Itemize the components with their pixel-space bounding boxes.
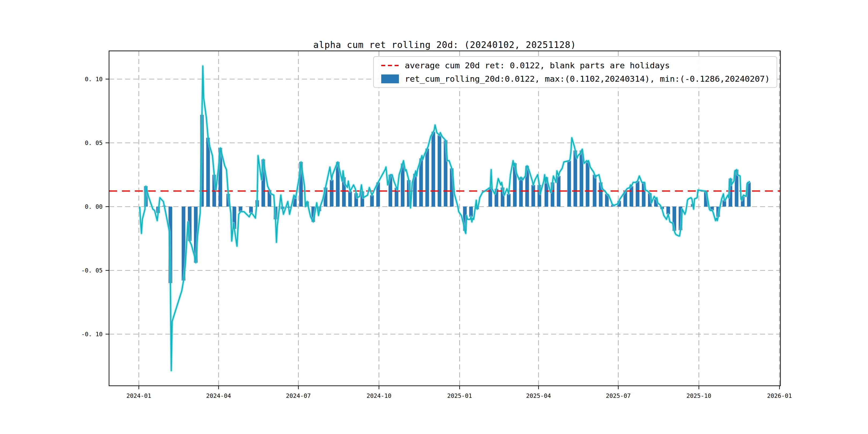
legend-row-series: ret_cum_rolling_20d:0.0122, max:(0.1102,… — [381, 73, 777, 84]
x-tick-label: 2025-10 — [686, 393, 711, 399]
y-tick-label: -0. 10 — [82, 331, 103, 338]
y-tick-label: -0. 05 — [82, 267, 103, 274]
y-tick-label: 0. 10 — [85, 76, 103, 83]
y-tick-label: 0. 05 — [85, 140, 103, 146]
series-bar-swatch-icon — [381, 74, 399, 83]
bars-layer — [144, 115, 751, 283]
bar — [348, 191, 352, 207]
bar — [567, 161, 571, 207]
x-tick-label: 2024-10 — [367, 393, 392, 399]
bar — [330, 180, 334, 207]
legend-average-label: average cum 20d ret: 0.0122, blank parts… — [405, 61, 670, 70]
x-tick-label: 2026-01 — [767, 393, 792, 399]
figure: 0. 100. 050. 00-0. 05-0. 102024-012024-0… — [0, 0, 868, 434]
legend-series-label: ret_cum_rolling_20d:0.0122, max:(0.1102,… — [405, 74, 770, 84]
bar — [593, 175, 597, 207]
bar — [531, 185, 535, 207]
bar — [586, 162, 589, 207]
chart-title: alpha cum ret rolling 20d: (20240102, 20… — [109, 40, 780, 50]
x-tick-label: 2024-01 — [126, 393, 151, 399]
x-tick-label: 2024-07 — [286, 393, 311, 399]
x-tick-label: 2025-04 — [526, 393, 551, 399]
bar — [432, 132, 435, 207]
series-line-layer — [140, 66, 750, 371]
x-tick-label: 2025-07 — [606, 393, 631, 399]
bar — [636, 181, 640, 207]
legend-row-average: average cum 20d ret: 0.0122, blank parts… — [381, 60, 777, 71]
y-tick-label: 0. 00 — [85, 203, 103, 210]
bar — [426, 149, 429, 207]
bar — [507, 194, 510, 207]
bar — [370, 195, 374, 207]
series-line — [140, 66, 750, 371]
bar — [629, 186, 633, 207]
bar — [469, 207, 473, 217]
x-tick-label: 2024-04 — [206, 393, 231, 399]
average-dash-swatch-icon — [381, 65, 399, 66]
x-tick-label: 2025-01 — [447, 393, 472, 399]
bar — [519, 177, 523, 207]
legend: average cum 20d ret: 0.0122, blank parts… — [373, 56, 777, 88]
bar — [438, 135, 441, 207]
